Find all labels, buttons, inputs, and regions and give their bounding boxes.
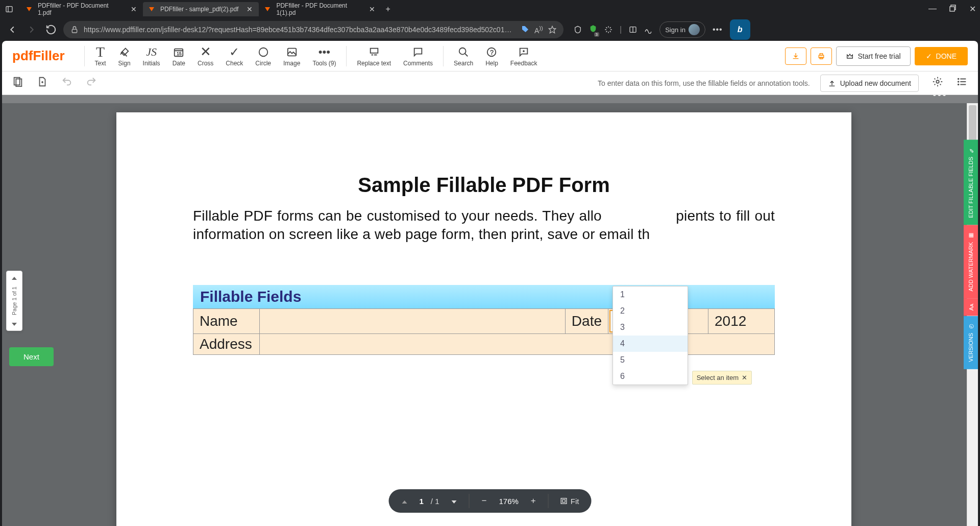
maximize-icon[interactable] <box>949 4 957 14</box>
dropdown-option[interactable]: 3 <box>613 319 688 336</box>
shield-icon[interactable] <box>574 26 582 34</box>
zoom-out-button[interactable]: − <box>477 495 492 507</box>
image-icon <box>286 45 298 59</box>
close-icon[interactable]: ✕ <box>247 5 253 13</box>
pdffiller-logo[interactable]: pdfFiller <box>12 48 65 64</box>
sign-in-label: Sign in <box>665 26 685 34</box>
forward-button[interactable] <box>24 22 39 37</box>
back-button[interactable] <box>5 22 19 37</box>
page-up-button[interactable] <box>397 495 412 507</box>
add-watermark-rail-button[interactable]: ADD WATERMARK ▦ <box>964 225 978 299</box>
next-field-button[interactable]: Next <box>9 347 54 366</box>
svg-text:15: 15 <box>177 51 182 56</box>
versions-rail-button[interactable]: VERSIONS ◷ <box>964 316 978 369</box>
page-title: Sample Fillable PDF Form <box>193 174 775 197</box>
refresh-button[interactable] <box>44 22 58 37</box>
text-tool-button[interactable]: TText <box>89 43 112 69</box>
comments-button[interactable]: Comments <box>397 43 439 69</box>
edit-tools: Replace text Comments <box>351 43 439 69</box>
close-icon[interactable]: ✕ <box>131 5 137 13</box>
check-tool-button[interactable]: ✓Check <box>219 43 249 69</box>
dropdown-option[interactable]: 6 <box>613 368 688 385</box>
svg-point-28 <box>958 79 959 80</box>
help-button[interactable]: ?Help <box>479 43 504 69</box>
minimize-icon[interactable]: — <box>928 4 937 14</box>
fit-button[interactable]: Fit <box>556 496 583 507</box>
page-down-button[interactable] <box>447 495 462 507</box>
circle-tool-button[interactable]: Circle <box>249 43 277 69</box>
pages-panel-button[interactable] <box>9 73 27 93</box>
add-document-button[interactable] <box>34 73 51 93</box>
address-field[interactable] <box>260 333 775 354</box>
day-dropdown-popup: 123456 Select an item ✕ <box>612 286 688 385</box>
tag-icon[interactable] <box>521 25 529 35</box>
favorite-icon[interactable] <box>548 26 556 34</box>
window-controls: — ✕ <box>928 4 976 14</box>
collections-icon[interactable] <box>629 26 637 34</box>
overflow-menu-icon[interactable]: ••• <box>713 25 723 34</box>
redo-button[interactable] <box>83 73 100 93</box>
close-tooltip-icon[interactable]: ✕ <box>742 374 747 381</box>
prev-page-button[interactable] <box>12 274 17 281</box>
svg-rect-0 <box>6 7 12 12</box>
undo-button[interactable] <box>58 73 76 93</box>
sign-in-button[interactable]: Sign in <box>659 21 705 38</box>
replace-text-button[interactable]: Replace text <box>351 43 397 69</box>
search-button[interactable]: Search <box>448 43 479 69</box>
dropdown-option[interactable]: 4 <box>613 336 688 352</box>
download-icon <box>792 52 800 60</box>
start-trial-button[interactable]: Start free trial <box>836 46 911 66</box>
feedback-button[interactable]: Feedback <box>504 43 544 69</box>
adblock-icon[interactable]: 3 <box>589 25 597 35</box>
close-window-icon[interactable]: ✕ <box>969 4 976 14</box>
print-button[interactable] <box>811 47 832 65</box>
tab-panel-icon[interactable] <box>4 4 14 14</box>
performance-icon[interactable] <box>644 26 652 34</box>
dropdown-option[interactable]: 2 <box>613 303 688 319</box>
page-counter: Page 1 of 1 <box>11 281 17 320</box>
clock-icon: ◷ <box>968 323 974 330</box>
upload-document-button[interactable]: Upload new document <box>820 75 919 92</box>
year-field[interactable]: 2012 <box>708 308 775 333</box>
tools-more-button[interactable]: •••Tools (9) <box>306 43 342 69</box>
fit-icon <box>560 497 568 505</box>
initials-tool-button[interactable]: JSInitials <box>137 43 166 69</box>
current-page-number[interactable]: 1 <box>420 497 424 506</box>
doc-tab-more-icon[interactable]: ••• <box>933 95 947 101</box>
edit-fields-rail-button[interactable]: EDIT FILLABLE FIELDS ✎ <box>964 140 978 225</box>
new-tab-button[interactable]: + <box>381 3 394 16</box>
browser-tab[interactable]: PDFfiller - PDF Document 1(1).pd ✕ <box>259 0 381 19</box>
bing-icon[interactable]: b <box>730 19 750 40</box>
svg-rect-4 <box>72 29 77 33</box>
list-toggle-button[interactable] <box>953 73 971 93</box>
pdffiller-favicon-icon <box>265 7 270 11</box>
done-button[interactable]: ✓ DONE <box>915 47 968 65</box>
next-page-button[interactable] <box>12 320 17 327</box>
close-icon[interactable]: ✕ <box>369 5 375 13</box>
address-bar: https://www.pdffiller.com/jsfiller-desk1… <box>0 18 980 41</box>
svg-point-30 <box>958 84 959 85</box>
download-button[interactable] <box>785 47 806 65</box>
dropdown-option[interactable]: 1 <box>613 286 688 303</box>
extensions-icon[interactable] <box>604 26 612 34</box>
url-field[interactable]: https://www.pdffiller.com/jsfiller-desk1… <box>63 21 564 38</box>
date-tool-button[interactable]: 15Date <box>166 43 191 69</box>
svg-point-18 <box>523 51 524 52</box>
name-field[interactable] <box>260 308 566 333</box>
separator <box>548 494 549 508</box>
cross-tool-button[interactable]: ✕Cross <box>191 43 219 69</box>
document-scroll-area[interactable]: Sample Fillable PDF Form Fillable PDF fo… <box>2 103 966 526</box>
browser-tab-active[interactable]: PDFfiller - sample_pdf(2).pdf ✕ <box>143 2 259 16</box>
browser-tab[interactable]: PDFfiller - PDF Document 1.pdf ✕ <box>20 0 143 19</box>
image-tool-button[interactable]: Image <box>277 43 306 69</box>
check-icon: ✓ <box>229 45 239 59</box>
watermark-extra-rail-button[interactable]: Aᴀ <box>964 298 978 316</box>
add-doc-tab-button[interactable]: + <box>375 95 381 99</box>
settings-button[interactable] <box>929 73 946 93</box>
sign-tool-button[interactable]: Sign <box>112 43 137 69</box>
document-area: sample_pdf(2).pdf + ••• Sample Fillable … <box>2 95 978 526</box>
reader-icon[interactable]: A)) <box>534 25 543 35</box>
dropdown-list[interactable]: 123456 <box>613 286 688 385</box>
dropdown-option[interactable]: 5 <box>613 352 688 368</box>
zoom-in-button[interactable]: + <box>526 495 541 507</box>
